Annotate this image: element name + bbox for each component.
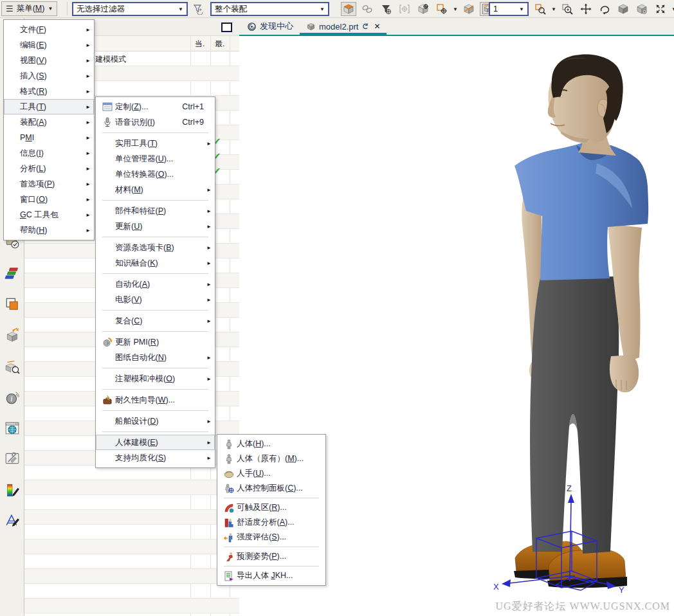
tools-menu-item-1[interactable]: 语音识别(I)Ctrl+9: [96, 114, 215, 130]
submenu-arrow-icon: ►: [83, 58, 91, 64]
tools-menu-item-12[interactable]: 知识融合(K)►: [96, 255, 215, 271]
tools-menu-item-0[interactable]: 定制(Z)...Ctrl+1: [96, 99, 215, 114]
navigator-row[interactable]: [24, 495, 239, 510]
navigator-row[interactable]: [24, 554, 239, 569]
main-menu-item-3[interactable]: 插入(S)►: [4, 68, 94, 84]
tools-menu-item-22[interactable]: 注塑模和冲模(O)►: [96, 371, 215, 386]
column-header-current[interactable]: 当.: [195, 39, 205, 50]
navigator-row[interactable]: [24, 539, 239, 554]
tools-menu-item-4[interactable]: 单位管理器(U)...: [96, 151, 215, 167]
navigator-row[interactable]: [24, 599, 239, 613]
pan-icon[interactable]: [578, 2, 594, 16]
tools-menu-item-11[interactable]: 资源条选项卡(B)►: [96, 240, 215, 255]
main-menu-item-7[interactable]: PMI►: [4, 130, 94, 145]
main-menu-item-11[interactable]: 窗口(O)►: [4, 192, 94, 207]
part-navigator-icon[interactable]: [5, 296, 20, 312]
select-scope-icon[interactable]: [341, 2, 356, 16]
human-menu-item-1[interactable]: 人体（原有）(M)...: [217, 451, 325, 466]
layer-settings-icon[interactable]: [5, 266, 20, 281]
main-menu-item-5[interactable]: 工具(T)►: [4, 99, 94, 114]
toolbar-overflow-icon[interactable]: ▼: [671, 6, 674, 12]
tools-menu-item-19[interactable]: 更新 PMI(R): [96, 334, 215, 350]
human-menu-item-2[interactable]: 人手(U)...: [217, 466, 325, 481]
tab-discovery-center[interactable]: 发现中心: [241, 18, 300, 35]
measure-icon[interactable]: [5, 327, 20, 343]
menu-item-label: 部件和特征(P): [115, 206, 204, 217]
navigator-row[interactable]: [24, 613, 239, 616]
main-menu-item-12[interactable]: GC 工具包►: [4, 207, 94, 222]
tools-menu-item-9[interactable]: 更新(U)►: [96, 219, 215, 234]
tools-menu-item-8[interactable]: 部件和特征(P)►: [96, 203, 215, 219]
human-menu-item-6[interactable]: 舒适度分析(A)...: [217, 515, 325, 530]
clip-section-icon[interactable]: [461, 2, 477, 16]
menu-item-label: 更新(U): [115, 221, 204, 232]
structure-editor-icon[interactable]: [5, 512, 20, 528]
tools-menu-item-20[interactable]: 图纸自动化(N)►: [96, 350, 215, 365]
tools-menu-item-24[interactable]: 耐久性向导(W)...: [96, 392, 215, 408]
navigator-row-label[interactable]: 建模模式: [95, 54, 126, 65]
main-menu-item-10[interactable]: 首选项(P)►: [4, 176, 94, 192]
main-menu-item-13[interactable]: 帮助(H)►: [4, 222, 94, 238]
tab-model2-prt[interactable]: model2.prt ✕: [300, 18, 387, 35]
human-menu-item-7[interactable]: 强度评估(S)...: [217, 530, 325, 545]
human-menu-item-9[interactable]: 预测姿势(P)...: [217, 549, 325, 564]
axis-label-z: Z: [567, 484, 572, 493]
main-menu-item-9[interactable]: 分析(L)►: [4, 161, 94, 176]
rotate-icon[interactable]: [597, 2, 612, 16]
human-menu-item-5[interactable]: 可触及区(R)...: [217, 500, 325, 515]
selection-filter-dropdown[interactable]: 无选择过滤器 ▼: [72, 2, 188, 16]
find-component-icon[interactable]: [5, 359, 20, 375]
shaded-view-icon[interactable]: [615, 2, 631, 16]
fit-view-icon[interactable]: [653, 2, 668, 16]
restore-window-button[interactable]: [221, 23, 232, 32]
menu-item-label: 插入(S): [20, 71, 83, 82]
main-menu-item-2[interactable]: 视图(V)►: [4, 53, 94, 68]
tools-menu-item-14[interactable]: 自动化(A)►: [96, 276, 215, 292]
main-menu-item-6[interactable]: 装配(A)►: [4, 114, 94, 130]
selection-filter-icon[interactable]: [378, 2, 394, 16]
human-menu-item-0[interactable]: 人体(H)...: [217, 437, 325, 451]
toolbox-icon[interactable]: [5, 451, 20, 466]
zoom-icon[interactable]: [560, 2, 575, 16]
tools-menu-item-6[interactable]: 材料(M)►: [96, 182, 215, 197]
column-header-latest[interactable]: 最.: [215, 39, 224, 50]
chevron-down-icon[interactable]: ▼: [453, 6, 458, 12]
navigator-row[interactable]: [24, 510, 239, 525]
main-menu-item-1[interactable]: 编辑(E)►: [4, 37, 94, 53]
group-select-icon[interactable]: [397, 2, 412, 16]
reload-icon[interactable]: [361, 23, 369, 30]
navigator-row[interactable]: [24, 584, 239, 599]
main-menu-item-4[interactable]: 格式(R)►: [4, 84, 94, 99]
reset-filter-icon[interactable]: [190, 2, 206, 16]
human-menu-item-11[interactable]: 导出人体 JKH...: [217, 568, 325, 583]
rectangle-select-icon[interactable]: [434, 2, 450, 16]
tools-menu-item-26[interactable]: 船舶设计(D)►: [96, 413, 215, 429]
main-menu-item-0[interactable]: 文件(F)►: [4, 22, 94, 37]
close-icon[interactable]: ✕: [374, 22, 380, 31]
menu-item-label: 船舶设计(D): [115, 416, 204, 427]
navigator-row[interactable]: [24, 569, 239, 584]
chevron-down-icon[interactable]: ▼: [551, 6, 556, 12]
snap-point-icon[interactable]: [415, 2, 431, 16]
color-spectrum-icon[interactable]: [5, 483, 20, 498]
tools-menu-item-5[interactable]: 单位转换器(O)...: [96, 167, 215, 182]
render-style-icon[interactable]: [634, 2, 650, 16]
tools-menu-item-29[interactable]: 支持均质化(S)►: [96, 450, 215, 466]
info-icon[interactable]: i: [5, 390, 20, 406]
work-layer-dropdown[interactable]: 1 ▼: [489, 2, 529, 16]
main-menu-item-8[interactable]: 信息(I)►: [4, 145, 94, 161]
zoom-area-icon[interactable]: [533, 2, 548, 16]
human-menu-item-3[interactable]: 人体控制面板(C)...: [217, 481, 325, 496]
interpart-link-icon[interactable]: [360, 2, 375, 16]
scope-dropdown[interactable]: 整个装配 ▼: [210, 2, 329, 16]
tools-menu-item-17[interactable]: 复合(C)►: [96, 313, 215, 329]
submenu-arrow-icon: ►: [204, 419, 212, 424]
menu-button[interactable]: ☰ 菜单(M) ▼: [1, 1, 57, 16]
web-browser-icon[interactable]: [5, 421, 20, 436]
navigator-row[interactable]: [24, 480, 239, 495]
menu-item-label: 分析(L): [20, 163, 83, 174]
tools-menu-item-3[interactable]: 实用工具(T)►: [96, 136, 215, 151]
navigator-row[interactable]: [24, 525, 239, 539]
tools-menu-item-15[interactable]: 电影(V)►: [96, 292, 215, 307]
tools-menu-item-28[interactable]: 人体建模(E)►: [96, 435, 215, 450]
